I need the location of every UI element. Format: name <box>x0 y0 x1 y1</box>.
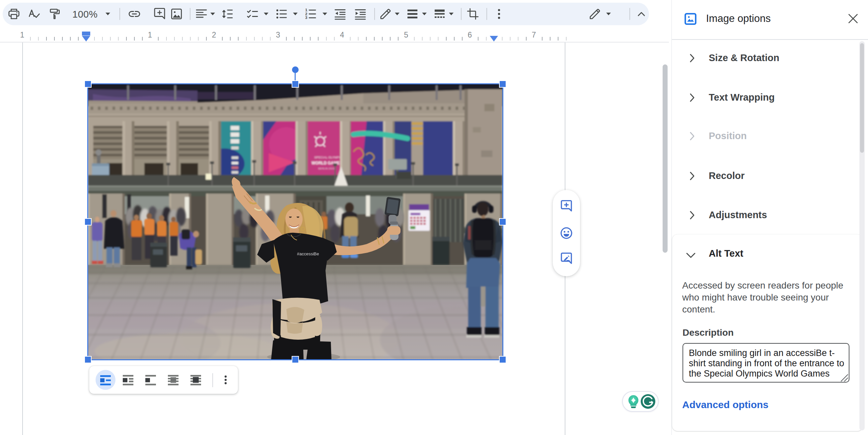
svg-text:3: 3 <box>305 15 308 20</box>
